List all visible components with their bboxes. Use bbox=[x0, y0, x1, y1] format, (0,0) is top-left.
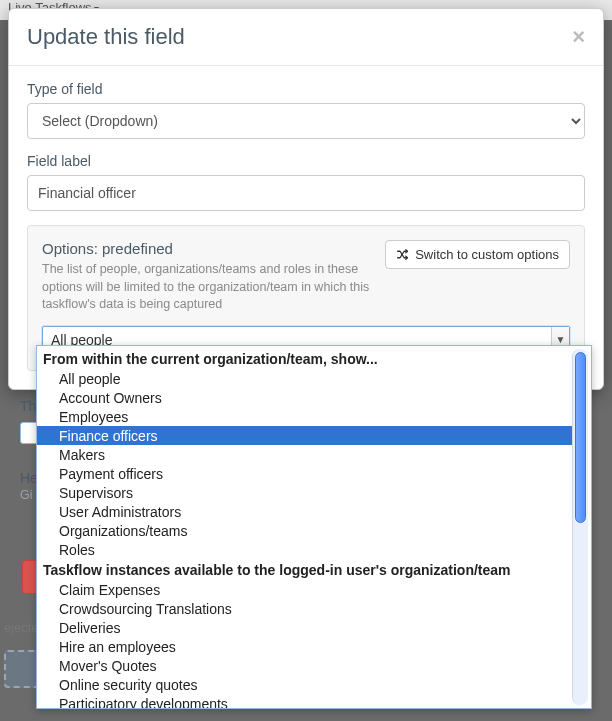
type-of-field-select[interactable]: Select (Dropdown) bbox=[27, 103, 585, 139]
field-label-label: Field label bbox=[27, 153, 585, 169]
close-icon[interactable]: × bbox=[572, 26, 585, 48]
option-item[interactable]: Crowdsourcing Translations bbox=[37, 599, 572, 618]
option-item[interactable]: Organizations/teams bbox=[37, 521, 572, 540]
listbox-scrollbar[interactable] bbox=[572, 349, 588, 705]
option-item[interactable]: Supervisors bbox=[37, 483, 572, 502]
update-field-modal: Update this field × Type of field Select… bbox=[8, 8, 604, 390]
option-group-label: From within the current organization/tea… bbox=[37, 348, 572, 369]
switch-to-custom-label: Switch to custom options bbox=[415, 247, 559, 262]
option-item[interactable]: Makers bbox=[37, 445, 572, 464]
option-item[interactable]: Deliveries bbox=[37, 618, 572, 637]
option-item[interactable]: Mover's Quotes bbox=[37, 656, 572, 675]
shuffle-icon bbox=[396, 248, 409, 261]
switch-to-custom-button[interactable]: Switch to custom options bbox=[385, 240, 570, 269]
field-label-input[interactable] bbox=[27, 175, 585, 211]
options-help-text: The list of people, organizations/teams … bbox=[42, 261, 375, 314]
option-item[interactable]: Payment officers bbox=[37, 464, 572, 483]
predefined-options-listbox[interactable]: From within the current organization/tea… bbox=[36, 345, 592, 709]
option-item[interactable]: Roles bbox=[37, 540, 572, 559]
options-heading: Options: predefined bbox=[42, 240, 375, 257]
option-item[interactable]: Hire an employees bbox=[37, 637, 572, 656]
option-item[interactable]: User Administrators bbox=[37, 502, 572, 521]
option-group-label: Taskflow instances available to the logg… bbox=[37, 559, 572, 580]
option-item[interactable]: Claim Expenses bbox=[37, 580, 572, 599]
option-item[interactable]: All people bbox=[37, 369, 572, 388]
modal-header: Update this field × bbox=[9, 9, 603, 66]
option-item[interactable]: Finance officers bbox=[37, 426, 572, 445]
option-item[interactable]: Participatory developments bbox=[37, 694, 572, 708]
option-item[interactable]: Employees bbox=[37, 407, 572, 426]
modal-body: Type of field Select (Dropdown) Field la… bbox=[9, 66, 603, 389]
option-item[interactable]: Account Owners bbox=[37, 388, 572, 407]
modal-title: Update this field bbox=[27, 24, 185, 50]
option-item[interactable]: Online security quotes bbox=[37, 675, 572, 694]
scrollbar-thumb[interactable] bbox=[575, 352, 586, 523]
type-of-field-label: Type of field bbox=[27, 81, 585, 97]
